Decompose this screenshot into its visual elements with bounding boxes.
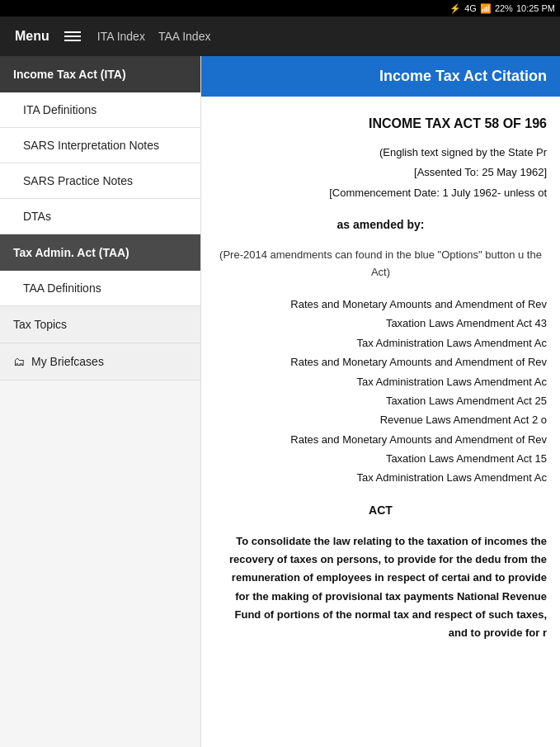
doc-meta-1: (English text signed by the State Pr [214, 144, 547, 162]
clock: 10:25 PM [516, 3, 555, 13]
hamburger-icon[interactable] [64, 31, 81, 41]
sidebar-item-sars-interpretation-notes[interactable]: SARS Interpretation Notes [0, 128, 200, 163]
amendment-list: Rates and Monetary Amounts and Amendment… [214, 295, 547, 488]
status-bar: ⚡ 4G 📶 22% 10:25 PM [0, 0, 560, 17]
amendment-item-6: Revenue Laws Amendment Act 2 o [214, 410, 547, 429]
amendment-item-3: Rates and Monetary Amounts and Amendment… [214, 352, 547, 371]
sidebar-item-sars-practice-notes[interactable]: SARS Practice Notes [0, 163, 200, 199]
my-briefcases-label: My Briefcases [31, 355, 104, 368]
ita-index-link[interactable]: ITA Index [97, 30, 145, 43]
amendment-item-9: Tax Administration Laws Amendment Ac [214, 468, 547, 487]
tax-topics-label: Tax Topics [13, 318, 67, 331]
amendment-item-5: Taxation Laws Amendment Act 25 [214, 391, 547, 410]
amendment-item-4: Tax Administration Laws Amendment Ac [214, 372, 547, 391]
sidebar-item-dtas[interactable]: DTAs [0, 199, 200, 234]
bluetooth-icon: ⚡ [449, 3, 461, 14]
act-heading: ACT [214, 501, 547, 519]
sidebar-item-ita-definitions[interactable]: ITA Definitions [0, 92, 200, 128]
amendment-item-7: Rates and Monetary Amounts and Amendment… [214, 430, 547, 449]
signal-4g: 4G [464, 3, 477, 13]
taa-index-link[interactable]: TAA Index [158, 30, 211, 43]
nav-links: ITA Index TAA Index [97, 30, 211, 43]
sidebar-item-taa-definitions[interactable]: TAA Definitions [0, 271, 200, 306]
amendment-item-0: Rates and Monetary Amounts and Amendment… [214, 295, 547, 314]
top-nav: Menu ITA Index TAA Index [0, 17, 560, 56]
content-header: Income Tax Act Citation [201, 56, 560, 97]
main-layout: Income Tax Act (ITA) ITA Definitions SAR… [0, 56, 560, 747]
content-body: INCOME TAX ACT 58 OF 196 (English text s… [201, 97, 560, 659]
doc-title: INCOME TAX ACT 58 OF 196 [214, 113, 547, 135]
pre-2014-note: (Pre-2014 amendments can found in the bl… [214, 247, 547, 281]
amendment-item-1: Taxation Laws Amendment Act 43 [214, 314, 547, 333]
battery-level: 22% [495, 3, 513, 13]
sidebar: Income Tax Act (ITA) ITA Definitions SAR… [0, 56, 201, 747]
sidebar-item-my-briefcases[interactable]: 🗂 My Briefcases [0, 343, 200, 381]
amendment-item-2: Tax Administration Laws Amendment Ac [214, 333, 547, 352]
content-area: Income Tax Act Citation INCOME TAX ACT 5… [201, 56, 560, 747]
sidebar-item-tax-topics[interactable]: Tax Topics [0, 306, 200, 343]
briefcase-icon: 🗂 [13, 355, 25, 368]
ita-section-header: Income Tax Act (ITA) [0, 56, 200, 92]
taa-section-header: Tax Admin. Act (TAA) [0, 234, 200, 271]
doc-meta-2: [Assented To: 25 May 1962] [214, 164, 547, 182]
doc-meta-3: [Commencement Date: 1 July 1962- unless … [214, 185, 547, 202]
signal-bars-icon: 📶 [480, 3, 492, 14]
as-amended-label: as amended by: [214, 215, 547, 234]
menu-button[interactable]: Menu [8, 26, 56, 47]
act-body: To consolidate the law relating to the t… [214, 532, 547, 642]
amendment-item-8: Taxation Laws Amendment Act 15 [214, 449, 547, 468]
